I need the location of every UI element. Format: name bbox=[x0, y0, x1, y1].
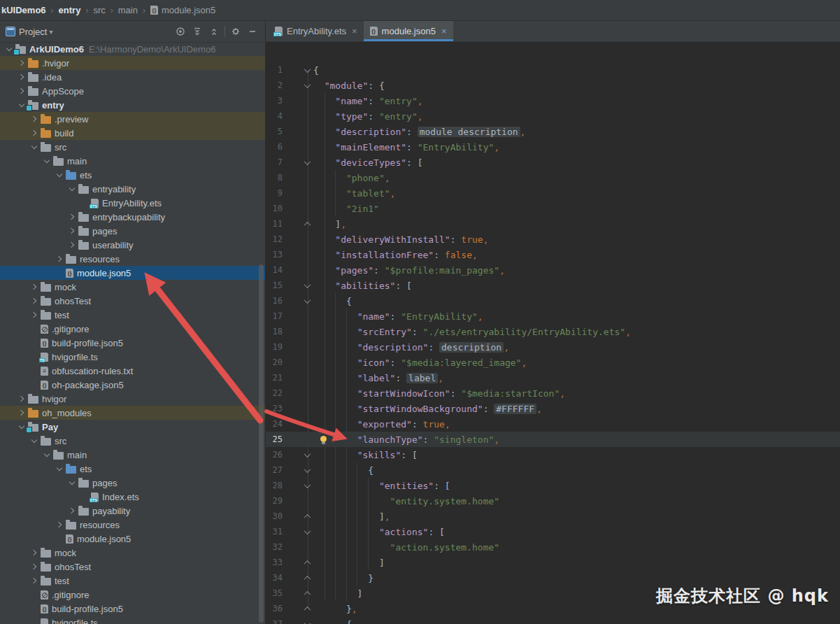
tree-item-pay[interactable]: Pay bbox=[0, 420, 265, 434]
fold-column[interactable] bbox=[302, 453, 312, 458]
breadcrumb-item-main[interactable]: main bbox=[118, 5, 138, 15]
code-line-22[interactable]: 22 "startWindowIcon": "$media:startIcon"… bbox=[266, 385, 840, 401]
fold-end-icon[interactable] bbox=[304, 513, 311, 520]
fold-end-icon[interactable] bbox=[304, 606, 311, 613]
tree-item-gitignore[interactable]: .gitignore bbox=[0, 322, 265, 336]
fold-open-icon[interactable] bbox=[304, 281, 311, 288]
code-line-9[interactable]: 9 "tablet", bbox=[266, 185, 840, 201]
breadcrumb-item-kuidemo6[interactable]: kUIDemo6 bbox=[1, 5, 46, 15]
tree-item-resources[interactable]: resources bbox=[0, 252, 265, 266]
chevron-right-icon[interactable] bbox=[15, 406, 28, 420]
code-line-10[interactable]: 10 "2in1" bbox=[266, 201, 840, 216]
code-line-15[interactable]: 15 "abilities": [ bbox=[266, 278, 840, 293]
code-area[interactable]: 1{2 "module": {3 "name": "entry",4 "type… bbox=[266, 42, 840, 624]
intention-lightbulb-icon[interactable] bbox=[320, 436, 327, 442]
fold-open-icon[interactable] bbox=[304, 66, 311, 73]
expand-all-button[interactable] bbox=[189, 24, 206, 39]
fold-open-icon[interactable] bbox=[304, 527, 311, 534]
breadcrumb-item-entry[interactable]: entry bbox=[59, 5, 81, 15]
tree-item-entryability[interactable]: entryability bbox=[0, 182, 265, 196]
tree-item-entry[interactable]: entry bbox=[0, 98, 265, 112]
fold-end-icon[interactable] bbox=[304, 590, 311, 597]
tree-item-pages[interactable]: pages bbox=[0, 476, 265, 490]
fold-open-icon[interactable] bbox=[304, 466, 311, 473]
tree-item-module-json5[interactable]: module.json5 bbox=[0, 266, 265, 280]
fold-open-icon[interactable] bbox=[304, 451, 311, 458]
chevron-right-icon[interactable] bbox=[53, 252, 66, 266]
tree-item-resources[interactable]: resources bbox=[0, 518, 265, 532]
tree-item-ets[interactable]: ets bbox=[0, 168, 265, 182]
code-line-31[interactable]: 31 "actions": [ bbox=[266, 524, 840, 539]
tree-item-src[interactable]: src bbox=[0, 140, 265, 154]
code-line-37[interactable]: 37 { bbox=[266, 616, 840, 624]
chevron-down-icon[interactable] bbox=[66, 182, 78, 196]
fold-column[interactable] bbox=[302, 576, 312, 581]
code-line-34[interactable]: 34 } bbox=[266, 570, 840, 586]
fold-column[interactable] bbox=[302, 222, 312, 227]
fold-column[interactable] bbox=[302, 530, 312, 534]
fold-column[interactable] bbox=[302, 468, 312, 473]
code-line-3[interactable]: 3 "name": "entry", bbox=[266, 93, 840, 108]
chevron-right-icon[interactable] bbox=[28, 294, 41, 308]
tree-item-hvigor[interactable]: hvigor bbox=[0, 392, 265, 406]
tree-item-build-profile-json5[interactable]: build-profile.json5 bbox=[0, 336, 265, 350]
fold-end-icon[interactable] bbox=[304, 575, 311, 582]
code-line-28[interactable]: 28 "entities": [ bbox=[266, 478, 840, 493]
close-tab-icon[interactable]: × bbox=[352, 26, 357, 36]
code-line-17[interactable]: 17 "name": "EntryAbility", bbox=[266, 309, 840, 324]
code-line-2[interactable]: 2 "module": { bbox=[266, 78, 840, 93]
chevron-down-icon[interactable] bbox=[41, 154, 53, 168]
tree-item-test[interactable]: test bbox=[0, 574, 265, 588]
tree-item-payability[interactable]: payability bbox=[0, 504, 265, 518]
chevron-down-icon[interactable] bbox=[28, 140, 41, 154]
collapse-all-button[interactable] bbox=[206, 24, 222, 39]
settings-button[interactable] bbox=[227, 24, 244, 39]
fold-open-icon[interactable] bbox=[304, 158, 311, 165]
tree-item-main[interactable]: main bbox=[0, 154, 265, 168]
chevron-right-icon[interactable] bbox=[15, 392, 28, 406]
chevron-down-icon[interactable] bbox=[41, 448, 53, 462]
tree-item-obfuscation-rules-txt[interactable]: obfuscation-rules.txt bbox=[0, 364, 265, 378]
fold-column[interactable] bbox=[302, 68, 312, 73]
chevron-down-icon[interactable] bbox=[66, 476, 78, 490]
fold-column[interactable] bbox=[302, 160, 312, 165]
code-line-11[interactable]: 11 ], bbox=[266, 216, 840, 232]
tree-item-ohostest[interactable]: ohosTest bbox=[0, 294, 265, 308]
code-line-5[interactable]: 5 "description": module description, bbox=[266, 124, 840, 139]
tree-item-oh-package-json5[interactable]: oh-package.json5 bbox=[0, 378, 265, 392]
tree-item-main[interactable]: main bbox=[0, 448, 265, 462]
chevron-right-icon[interactable] bbox=[15, 84, 28, 98]
tree-item-entrybackupability[interactable]: entrybackupability bbox=[0, 210, 265, 224]
fold-column[interactable] bbox=[302, 483, 312, 488]
close-tab-icon[interactable]: × bbox=[441, 26, 447, 36]
chevron-right-icon[interactable] bbox=[66, 224, 78, 238]
code-line-30[interactable]: 30 ], bbox=[266, 509, 840, 524]
fold-column[interactable] bbox=[302, 514, 312, 519]
tree-item-idea[interactable]: .idea bbox=[0, 70, 265, 84]
fold-column[interactable] bbox=[302, 607, 312, 611]
chevron-right-icon[interactable] bbox=[53, 518, 66, 532]
tree-item-hvigor[interactable]: .hvigor bbox=[0, 56, 265, 70]
code-line-19[interactable]: 19 "description": description, bbox=[266, 339, 840, 355]
tree-item-arkuidemo6[interactable]: ArkUIDemo6E:\HarmonyDemo\ArkUIDemo6 bbox=[0, 42, 265, 56]
chevron-right-icon[interactable] bbox=[28, 560, 41, 574]
hide-panel-button[interactable] bbox=[244, 24, 261, 39]
code-line-29[interactable]: 29 "entity.system.home" bbox=[266, 493, 840, 509]
breadcrumb-item-src[interactable]: src bbox=[93, 5, 105, 15]
chevron-right-icon[interactable] bbox=[66, 210, 78, 224]
code-line-20[interactable]: 20 "icon": "$media:layered_image", bbox=[266, 355, 840, 370]
code-line-12[interactable]: 12 "deliveryWithInstall": true, bbox=[266, 232, 840, 247]
chevron-down-icon[interactable]: ▾ bbox=[49, 28, 52, 36]
fold-column[interactable] bbox=[302, 622, 312, 624]
tree-item-appscope[interactable]: AppScope bbox=[0, 84, 265, 98]
tree-item-mock[interactable]: mock bbox=[0, 546, 265, 560]
chevron-right-icon[interactable] bbox=[28, 126, 41, 140]
chevron-right-icon[interactable] bbox=[15, 56, 28, 70]
chevron-down-icon[interactable] bbox=[53, 462, 66, 476]
code-line-23[interactable]: 23 "startWindowBackground": #FFFFFF, bbox=[266, 401, 840, 416]
tree-item-ets[interactable]: ets bbox=[0, 462, 265, 476]
tree-scrollbar[interactable] bbox=[259, 264, 264, 623]
fold-end-icon[interactable] bbox=[304, 560, 311, 567]
tree-item-pages[interactable]: pages bbox=[0, 224, 265, 238]
fold-column[interactable] bbox=[302, 83, 312, 88]
